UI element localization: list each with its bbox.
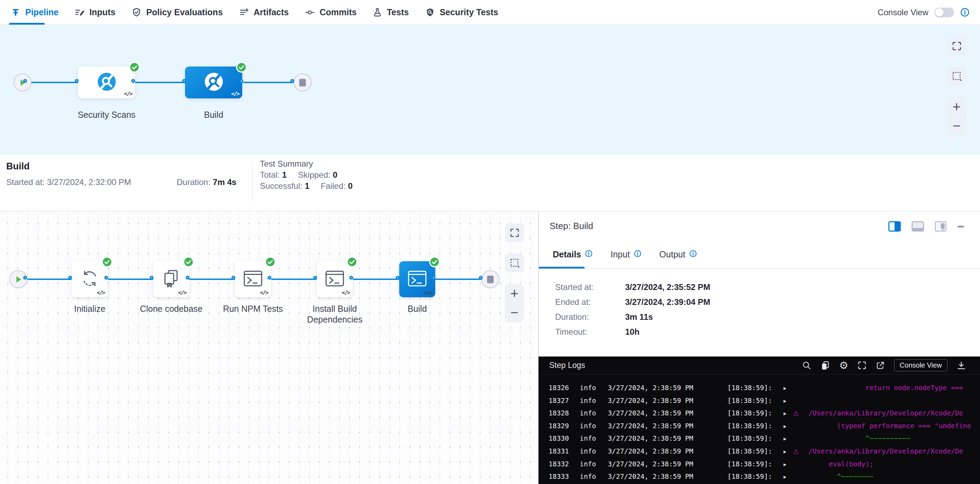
code-icon[interactable]: </> bbox=[424, 289, 432, 296]
nav-tab-inputs[interactable]: Inputs bbox=[75, 0, 115, 25]
log-expand-arrow-icon[interactable]: ▸ bbox=[784, 384, 787, 392]
info-icon[interactable] bbox=[585, 249, 593, 260]
log-line-number: 18331 bbox=[549, 447, 569, 455]
summary-divider bbox=[252, 163, 253, 202]
log-timestamp: [18:38:59]: bbox=[727, 460, 772, 468]
log-level: info bbox=[580, 422, 596, 430]
log-timestamp: [18:38:59]: bbox=[727, 435, 772, 443]
detail-label: Ended at: bbox=[555, 297, 591, 307]
log-expand-arrow-icon[interactable]: ▸ bbox=[784, 423, 787, 430]
step-node-run-npm-tests[interactable]: </> bbox=[235, 261, 271, 297]
search-logs-icon[interactable] bbox=[802, 361, 811, 370]
canvas-fullscreen-button[interactable] bbox=[505, 224, 524, 242]
log-expand-arrow-icon[interactable]: ▸ bbox=[784, 461, 787, 468]
info-icon[interactable] bbox=[960, 8, 970, 17]
success-check-icon bbox=[429, 256, 440, 269]
artifacts-icon bbox=[239, 7, 249, 17]
download-logs-icon[interactable] bbox=[956, 361, 966, 370]
zoom-out-button[interactable]: − bbox=[947, 116, 966, 135]
nav-tab-security-tests[interactable]: Security Tests bbox=[425, 0, 498, 25]
code-icon[interactable]: </> bbox=[342, 289, 350, 296]
log-timestamp: [18:38:59]: bbox=[727, 409, 772, 417]
step-node-clone-codebase[interactable]: </> bbox=[153, 261, 189, 297]
nav-tab-commits[interactable]: Commits bbox=[305, 0, 356, 25]
stage-node-security-scans[interactable]: </> bbox=[78, 67, 135, 98]
code-icon[interactable]: </> bbox=[260, 289, 268, 296]
step-node-install-build-dependencies[interactable]: </> bbox=[317, 261, 353, 297]
code-icon[interactable]: </> bbox=[97, 289, 105, 296]
tests-icon bbox=[372, 7, 382, 17]
tab-input[interactable]: Input bbox=[611, 249, 641, 260]
step-tabs: Details Input Output bbox=[553, 249, 697, 260]
edge-connector-dot bbox=[23, 276, 27, 279]
logs-fullscreen-icon[interactable] bbox=[858, 361, 867, 370]
open-logs-external-icon[interactable] bbox=[876, 361, 885, 370]
nav-tab-pipeline[interactable]: Pipeline bbox=[10, 0, 59, 25]
pipeline-edge bbox=[189, 279, 235, 280]
log-message: /Users/anka/Library/Developer/Xcode/De bbox=[808, 409, 963, 417]
bottom-view-icon[interactable] bbox=[912, 221, 924, 232]
edge-connector-dot bbox=[186, 276, 189, 279]
canvas-fullscreen-button[interactable] bbox=[947, 37, 966, 56]
log-expand-arrow-icon[interactable]: ▸ bbox=[784, 435, 787, 442]
security-tests-icon bbox=[425, 7, 435, 17]
canvas-select-button[interactable] bbox=[505, 254, 524, 272]
nav-tab-artifacts[interactable]: Artifacts bbox=[239, 0, 289, 25]
step-node-initialize[interactable]: </> bbox=[72, 261, 108, 297]
nav-tabs: Pipeline Inputs Policy Evaluations Artif… bbox=[10, 0, 498, 25]
code-icon[interactable]: </> bbox=[178, 289, 186, 296]
tab-output[interactable]: Output bbox=[659, 249, 697, 260]
stage-node-build[interactable]: </> bbox=[185, 67, 242, 98]
log-expand-arrow-icon[interactable]: ▸ bbox=[784, 448, 787, 455]
logs-console-view-button[interactable]: Console View bbox=[894, 359, 947, 371]
zoom-out-button[interactable]: − bbox=[505, 303, 524, 322]
warning-icon: ⚠ bbox=[793, 409, 799, 417]
toggle-knob bbox=[935, 8, 943, 17]
log-date: 3/27/2024, 2:38:59 PM bbox=[608, 460, 694, 468]
detail-value: 3/27/2024, 2:39:04 PM bbox=[625, 297, 710, 307]
log-timestamp: [18:38:59]: bbox=[727, 422, 772, 430]
code-icon[interactable]: </> bbox=[231, 90, 239, 97]
nav-tab-tests[interactable]: Tests bbox=[372, 0, 409, 25]
code-icon[interactable]: </> bbox=[124, 90, 132, 97]
zoom-in-button[interactable]: + bbox=[505, 284, 524, 303]
nav-tab-label: Inputs bbox=[89, 7, 115, 17]
nav-right: Console View bbox=[878, 8, 970, 17]
collapse-panel-icon[interactable] bbox=[957, 225, 966, 228]
terminal-icon bbox=[325, 270, 344, 288]
panel-view-controls bbox=[888, 221, 966, 232]
pipeline-icon bbox=[10, 7, 21, 17]
step-logs-header: Step Logs ⚙ Console View bbox=[539, 357, 980, 375]
right-view-icon[interactable] bbox=[935, 221, 947, 232]
log-date: 3/27/2024, 2:38:59 PM bbox=[608, 447, 694, 455]
copy-logs-icon[interactable] bbox=[820, 361, 830, 370]
detail-value: 10h bbox=[625, 327, 640, 337]
step-node-build[interactable]: </> bbox=[399, 261, 435, 297]
console-view-label: Console View bbox=[878, 8, 928, 17]
split-view-icon[interactable] bbox=[888, 221, 901, 232]
log-expand-arrow-icon[interactable]: ▸ bbox=[784, 397, 787, 404]
nav-tab-policy-evaluations[interactable]: Policy Evaluations bbox=[131, 0, 223, 25]
pipeline-start-node[interactable] bbox=[14, 73, 32, 92]
tab-details[interactable]: Details bbox=[553, 249, 593, 260]
log-expand-arrow-icon[interactable]: ▸ bbox=[784, 473, 787, 480]
pipeline-end-node[interactable] bbox=[294, 73, 312, 92]
log-date: 3/27/2024, 2:38:59 PM bbox=[608, 435, 694, 443]
log-message: eval(body); bbox=[829, 460, 873, 468]
log-line-number: 18333 bbox=[549, 473, 569, 481]
success-check-icon bbox=[183, 256, 194, 269]
canvas-select-button[interactable] bbox=[947, 67, 966, 86]
info-icon[interactable] bbox=[634, 249, 641, 260]
info-icon[interactable] bbox=[689, 249, 697, 260]
logs-settings-icon[interactable]: ⚙ bbox=[839, 360, 848, 371]
log-date: 3/27/2024, 2:38:59 PM bbox=[608, 422, 694, 430]
log-timestamp: [18:38:59]: bbox=[727, 447, 772, 455]
log-timestamp: [18:38:59]: bbox=[727, 384, 772, 392]
detail-row: Ended at: 3/27/2024, 2:39:04 PM bbox=[539, 297, 980, 308]
stage-end-node[interactable] bbox=[481, 270, 500, 288]
edge-connector-dot bbox=[68, 276, 72, 279]
console-view-toggle[interactable] bbox=[935, 8, 954, 17]
log-expand-arrow-icon[interactable]: ▸ bbox=[784, 410, 787, 417]
zoom-in-button[interactable]: + bbox=[947, 97, 966, 116]
log-message: ^~~~~~~~~~~ bbox=[865, 435, 910, 443]
